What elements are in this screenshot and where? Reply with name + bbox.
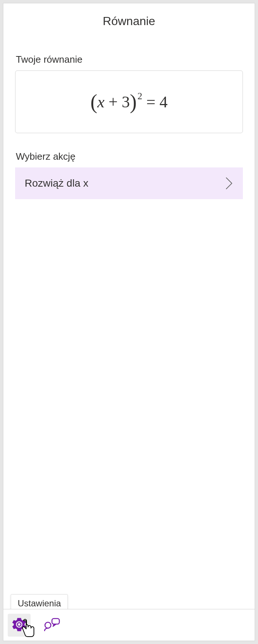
feedback-icon xyxy=(44,617,61,633)
feedback-button[interactable] xyxy=(41,614,64,637)
gear-icon xyxy=(11,617,27,633)
action-label-text: Rozwiąż dla x xyxy=(25,177,88,189)
settings-button[interactable] xyxy=(8,614,31,637)
pane-title: Równanie xyxy=(15,14,243,28)
equation-content: (x + 3)2 = 4 xyxy=(90,90,168,114)
content-area: Równanie Twoje równanie (x + 3)2 = 4 Wyb… xyxy=(3,3,255,609)
math-pane: Równanie Twoje równanie (x + 3)2 = 4 Wyb… xyxy=(3,3,255,641)
solve-for-x-action[interactable]: Rozwiąż dla x xyxy=(15,167,243,199)
svg-point-0 xyxy=(45,622,51,628)
chevron-right-icon xyxy=(225,177,233,190)
equation-label: Twoje równanie xyxy=(16,54,243,65)
footer-bar xyxy=(3,609,255,641)
action-label: Wybierz akcję xyxy=(16,151,243,162)
svg-rect-1 xyxy=(52,619,59,624)
equation-display[interactable]: (x + 3)2 = 4 xyxy=(15,70,243,133)
